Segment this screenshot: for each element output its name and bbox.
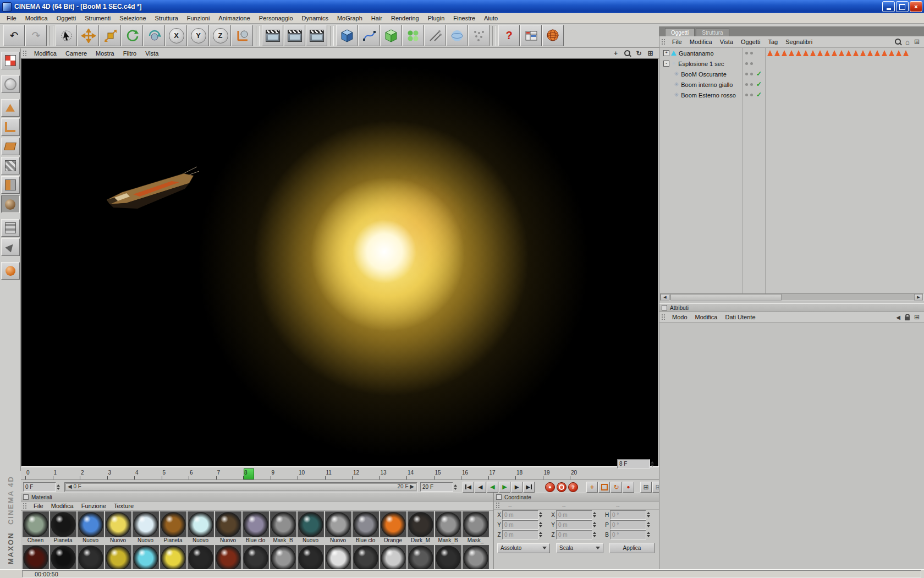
menu-item[interactable]: Oggetti [52,14,80,23]
material-item[interactable] [22,545,49,569]
material-thumbnail[interactable] [408,545,434,569]
material-thumbnail[interactable] [50,545,76,569]
material-item[interactable] [105,545,131,569]
panel-checkbox-icon[interactable] [496,494,502,500]
material-thumbnail[interactable] [270,545,296,569]
size-stepper[interactable] [593,532,598,537]
material-item[interactable] [435,545,461,569]
material-thumbnail[interactable] [243,545,269,569]
material-thumbnail[interactable] [243,511,269,537]
material-thumbnail[interactable] [188,545,214,569]
add-spline-button[interactable] [358,25,380,46]
add-nurbs-button[interactable] [380,25,402,46]
material-item[interactable] [462,545,489,569]
next-frame-button[interactable]: ▶ [511,482,522,493]
viewport-menu-item[interactable]: Filtro [119,50,141,57]
record-parameter-toggle[interactable]: ● [623,482,634,493]
material-item[interactable]: Pianeta [160,511,186,544]
menu-item[interactable]: Funzioni [183,14,215,23]
viewport-menu-item[interactable]: Vista [141,50,163,57]
timeline-frame-tick[interactable]: 14 [406,467,434,479]
material-thumbnail[interactable] [105,545,131,569]
panel-options-icon[interactable]: ⊞ [914,38,920,46]
online-help-button[interactable] [542,25,564,46]
visibility-dots-icon[interactable] [745,73,753,75]
paint-tool-button[interactable] [1,262,20,280]
material-item[interactable] [132,545,159,569]
material-thumbnail[interactable] [353,545,379,569]
timeline-ruler[interactable]: 0 1 2 3 4 5 6 [21,467,659,480]
material-item[interactable]: Dark_M [407,511,434,544]
frame-stepper[interactable] [651,461,656,467]
home-icon[interactable]: ⌂ [905,38,910,46]
lock-x-axis-button[interactable]: X [166,25,187,46]
attributes-menu-item[interactable]: Dati Utente [722,313,760,321]
material-item[interactable]: Mask_ [462,511,489,544]
range-slider[interactable]: ◀ 0 F 20 F ▶ [64,482,417,492]
timeline-frame-tick[interactable]: 11 [325,467,353,479]
spaceship-model[interactable] [102,165,202,220]
material-item[interactable] [215,545,241,569]
material-item[interactable]: Orange [380,511,406,544]
material-item[interactable]: Nuovo [132,511,159,544]
object-label[interactable]: Esplosione 1 sec [678,61,724,67]
material-item[interactable] [187,545,214,569]
rotation-value-field[interactable]: 0 ° [610,530,646,539]
current-frame-field[interactable]: 8 F [617,459,656,468]
lock-z-axis-button[interactable]: Z [210,25,231,46]
snap-settings-button[interactable] [1,238,20,256]
workplane-mode-button[interactable] [1,219,20,237]
timeline-frame-tick[interactable]: 4 [134,467,162,479]
minimize-button[interactable] [882,1,895,12]
visibility-dots-icon[interactable] [745,52,753,54]
object-menu-item[interactable]: Vista [716,38,737,46]
material-thumbnail[interactable] [380,545,406,569]
viewport-menu-item[interactable]: Camere [61,50,91,57]
lock-y-axis-button[interactable]: Y [188,25,209,46]
material-item[interactable]: Nuovo [324,511,351,544]
timeline-frame-tick[interactable]: 2 [80,467,107,479]
tree-item-guantanamo[interactable]: + Guantanamo [659,48,924,58]
attributes-menu-item[interactable]: Modifica [691,313,722,321]
expand-icon[interactable]: + [663,50,669,56]
material-thumbnail[interactable] [325,545,351,569]
object-menu-item[interactable]: Oggetti [737,38,764,46]
tab-oggetti[interactable]: Oggetti [665,28,695,36]
rotate-tool-button[interactable] [122,25,143,46]
material-thumbnail[interactable] [435,545,461,569]
timeline-frame-tick[interactable]: 0 [25,467,53,479]
timeline-frame-tick[interactable]: 18 [515,467,543,479]
material-item[interactable] [270,545,296,569]
object-label[interactable]: Boom interno giallo [681,81,733,88]
texture-mode-button[interactable] [1,157,20,175]
panel-grip[interactable] [661,39,666,45]
visibility-dots-icon[interactable] [745,62,753,65]
record-options-button[interactable]: ? [568,482,578,492]
size-stepper[interactable] [593,522,598,527]
rotation-stepper[interactable] [647,522,652,527]
rotation-stepper[interactable] [647,532,652,537]
previous-frame-button[interactable]: ◀ [475,482,486,493]
menu-item[interactable]: Personaggio [255,14,298,23]
record-rotation-toggle[interactable]: ↻ [610,482,622,493]
timeline-frame-tick[interactable]: 3 [107,467,135,479]
lock-icon[interactable] [905,317,910,320]
timeline-frame-tick[interactable]: 16 [461,467,488,479]
attributes-menu-item[interactable]: Modo [668,313,691,321]
material-item[interactable]: Nuovo [105,511,131,544]
position-stepper[interactable] [539,522,544,527]
menu-item[interactable]: Modifica [21,14,52,23]
material-thumbnail[interactable] [23,511,49,537]
command-manager-button[interactable] [520,25,542,46]
position-value-field[interactable]: 0 m [502,530,538,539]
material-thumbnail[interactable] [463,545,489,569]
zoom-view-icon[interactable] [623,50,631,57]
material-thumbnail[interactable] [408,511,434,537]
position-value-field[interactable]: 0 m [502,510,538,520]
panel-checkbox-icon[interactable] [662,305,667,310]
material-item[interactable] [242,545,269,569]
material-item[interactable] [77,545,104,569]
material-item[interactable] [50,545,76,569]
range-start-field[interactable]: 0 F [23,482,62,492]
timeline-frame-tick[interactable]: 12 [352,467,380,479]
